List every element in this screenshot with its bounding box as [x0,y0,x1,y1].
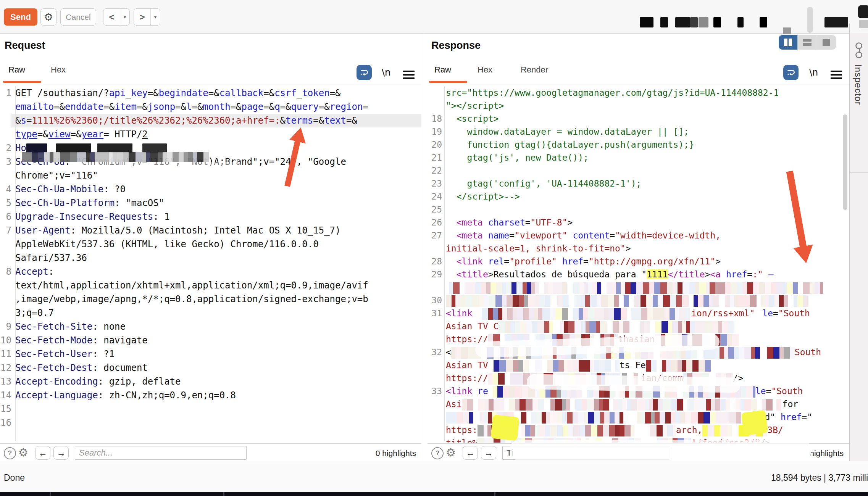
response-tab-render[interactable]: Render [521,65,548,75]
code-line[interactable]: Asian TV C [442,320,842,333]
response-tab-raw[interactable]: Raw [434,65,451,75]
code-row: 9Sec-Fetch-Site: none [0,320,421,333]
search-settings-icon[interactable]: ⚙ [18,446,28,459]
code-line[interactable]: Sec-Fetch-Mode: navigate [11,333,421,347]
code-line[interactable]: &s=1111%26%2360;/title%26%2362;%26%2360;… [11,114,421,127]
redaction-smear [76,162,240,168]
code-line[interactable]: Sec-Fetch-Dest: document [11,361,421,375]
code-row: 16 [0,416,421,430]
word-wrap-toggle[interactable] [783,65,799,80]
prev-match-button[interactable]: ← [35,446,50,460]
line-number [0,114,11,127]
inspector-glasses-icon [853,41,865,60]
code-line[interactable]: Upgrade-Insecure-Requests: 1 [11,210,421,224]
line-number [428,320,442,333]
help-icon[interactable]: ? [431,447,444,459]
code-line[interactable]: gtag('js', new Date()); [442,151,842,164]
code-line[interactable]: Accept-Encoding: gzip, deflate [11,375,421,388]
line-number: 6 [0,210,11,224]
code-line[interactable]: Sec-Fetch-Site: none [11,320,421,333]
code-line[interactable]: Accept-Language: zh-CN,zh;q=0.9,en;q=0.8 [11,388,421,402]
help-icon[interactable]: ? [4,447,16,459]
code-line[interactable] [442,281,842,294]
code-line[interactable]: text/html,application/xhtml+xml,applicat… [11,279,421,292]
code-line[interactable]: window.dataLayer = window.dataLayer || [… [442,125,842,138]
line-number: 10 [0,333,11,347]
code-line[interactable]: GET /southasian/?api_key=&begindate=&cal… [11,86,421,100]
response-menu-button[interactable] [831,69,842,81]
next-match-button[interactable]: → [481,446,496,460]
redacted-block [824,17,848,27]
request-menu-button[interactable] [403,69,415,81]
code-row: Safari/537.36 [0,251,421,265]
code-line[interactable]: Sec-Ch-Ua-Platform: "macOS" [11,196,421,210]
code-line[interactable]: Asian TV ts Fe [442,359,842,372]
code-line[interactable]: emailto=&enddate=&item=&jsonp=&l=&month=… [11,100,421,114]
code-line[interactable] [11,402,421,416]
code-line[interactable]: Chrome";v="116" [11,169,421,182]
code-line[interactable]: <script> [442,112,842,125]
line-number: 3 [0,155,11,169]
response-scrollbar-thumb[interactable] [843,114,847,210]
request-settings-button[interactable]: ⚙ [40,8,56,26]
code-line[interactable]: Asifor [442,398,842,411]
response-tab-hex[interactable]: Hex [478,65,492,75]
request-editor[interactable]: 1GET /southasian/?api_key=&begindate=&ca… [0,86,421,441]
word-wrap-toggle[interactable] [357,65,372,80]
code-line[interactable] [442,294,842,307]
line-number [0,100,11,114]
response-search-bar: ? ⚙ ← → highlights [428,443,849,461]
back-button[interactable]: < [103,9,120,25]
show-newlines-toggle[interactable]: \n [382,67,390,78]
line-number [428,242,442,255]
word-wrap-icon [786,68,796,77]
line-number: 4 [0,182,11,196]
prev-match-button[interactable]: ← [463,446,478,460]
cancel-button[interactable]: Cancel [60,8,96,26]
show-newlines-toggle[interactable]: \n [809,67,818,78]
forward-dropdown-caret-icon[interactable]: ▾ [150,9,160,25]
code-line[interactable]: type=&view=&year= HTTP/2 [11,127,421,141]
layout-single-button[interactable] [817,35,836,50]
code-line[interactable] [11,416,421,430]
request-tab-hex[interactable]: Hex [51,65,66,75]
redacted-mosaic [478,308,691,320]
history-back-group: < ▾ [103,8,130,26]
panel-divider[interactable] [424,33,424,461]
code-line[interactable]: function gtag(){dataLayer.push(arguments… [442,138,842,151]
code-line[interactable]: <title>Resultados de búsqueda para "1111… [442,268,842,281]
line-number [0,251,11,265]
layout-rows-button[interactable] [797,35,816,50]
layout-columns-button[interactable] [779,35,797,50]
line-number [0,306,11,320]
code-line[interactable]: 3;q=0.7 [11,306,421,320]
code-line[interactable]: "></script> [442,99,842,112]
code-row: Asian TV ts Fe [428,359,842,372]
search-settings-icon[interactable]: ⚙ [446,446,456,459]
code-line[interactable]: AppleWebKit/537.36 (KHTML, like Gecko) C… [11,237,421,251]
back-dropdown-caret-icon[interactable]: ▾ [120,9,129,25]
line-number: 32 [428,346,442,359]
inspector-tab-label[interactable]: Inspector [853,64,863,105]
next-match-button[interactable]: → [53,446,69,460]
send-button[interactable]: Send [4,8,37,26]
code-line[interactable]: Sec-Fetch-User: ?1 [11,347,421,361]
redacted-mosaic [462,399,782,411]
line-number: 14 [0,388,11,402]
forward-button[interactable]: > [134,9,150,25]
code-line[interactable]: Safari/537.36 [11,251,421,265]
code-line[interactable]: User-Agent: Mozilla/5.0 (Macintosh; Inte… [11,224,421,237]
gear-icon: ⚙ [44,11,53,23]
code-line[interactable]: <link ion/rss+xml"le="South [442,307,842,320]
request-search-input[interactable] [75,446,247,460]
code-line[interactable]: src="https://www.googletagmanager.com/gt… [442,86,842,99]
request-tab-raw[interactable]: Raw [8,65,25,75]
response-tabs-divider [428,83,849,83]
request-gutter-divider [15,86,16,441]
line-number [428,436,442,443]
code-row: type=&view=&year= HTTP/2 [0,127,421,141]
code-line[interactable]: Accept: [11,265,421,279]
code-line[interactable]: Sec-Ch-Ua-Mobile: ?0 [11,182,421,196]
code-line[interactable]: ,image/webp,image/apng,*/*;q=0.8,applica… [11,292,421,306]
line-number [428,99,442,112]
